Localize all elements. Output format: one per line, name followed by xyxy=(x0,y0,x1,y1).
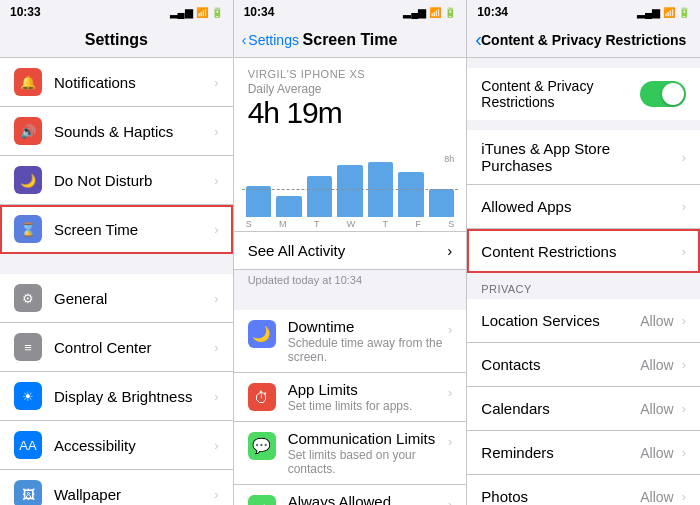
settings-row-screentime[interactable]: ⌛Screen Time› xyxy=(0,205,233,254)
screentime-row-communicationlimits[interactable]: 💬Communication LimitsSet limits based on… xyxy=(234,422,467,485)
settings-row-displaybrightness[interactable]: ☀Display & Brightness› xyxy=(0,372,233,421)
accessibility-label: Accessibility xyxy=(54,437,210,454)
photos-allow: Allow xyxy=(640,489,673,505)
time-2: 10:34 xyxy=(244,5,275,19)
chart-bar-1 xyxy=(276,196,302,217)
settings-row-controlcenter[interactable]: ≡Control Center› xyxy=(0,323,233,372)
photos-label: Photos xyxy=(481,488,640,505)
chart-day-6: S xyxy=(448,219,454,229)
general-chevron: › xyxy=(214,291,218,306)
photos-chevron: › xyxy=(682,489,686,504)
privacy-row-photos[interactable]: PhotosAllow› xyxy=(467,475,700,505)
privacy-row-calendars[interactable]: CalendarsAllow› xyxy=(467,387,700,431)
reminders-label: Reminders xyxy=(481,444,640,461)
status-icons-1: ▂▄▆ 📶 🔋 xyxy=(170,7,223,18)
privacy-content: Content & Privacy Restrictions iTunes & … xyxy=(467,58,700,505)
alwaysallowed-icon: ✓ xyxy=(248,495,276,505)
back-button-2[interactable]: ‹ Settings xyxy=(242,32,299,48)
chart-bar-6 xyxy=(429,189,455,217)
contacts-chevron: › xyxy=(682,357,686,372)
settings-row-notifications[interactable]: 🔔Notifications› xyxy=(0,58,233,107)
contacts-allow: Allow xyxy=(640,357,673,373)
settings-title: Settings xyxy=(85,31,148,49)
contentrestrictions-label: Content Restrictions xyxy=(481,243,677,260)
battery-icon-3: 🔋 xyxy=(678,7,690,18)
accessibility-icon: AA xyxy=(14,431,42,459)
content-privacy-toggle-row[interactable]: Content & Privacy Restrictions xyxy=(467,68,700,120)
avg-label: Daily Average xyxy=(248,82,453,96)
wallpaper-label: Wallpaper xyxy=(54,486,210,503)
screentime-content: VIRGIL'S IPHONE XS Daily Average 4h 19m … xyxy=(234,58,467,505)
wallpaper-chevron: › xyxy=(214,487,218,502)
alwaysallowed-chevron: › xyxy=(448,497,452,505)
usage-chart: 8h avg 0 xyxy=(242,152,459,217)
status-icons-3: ▂▄▆ 📶 🔋 xyxy=(637,7,690,18)
settings-row-wallpaper[interactable]: 🖼Wallpaper› xyxy=(0,470,233,505)
settings-row-general[interactable]: ⚙General› xyxy=(0,274,233,323)
screentime-chevron: › xyxy=(214,222,218,237)
content-privacy-toggle[interactable] xyxy=(640,81,686,107)
downtime-label: Downtime xyxy=(288,318,444,335)
alwaysallowed-label: Always Allowed xyxy=(288,493,444,505)
status-bar-1: 10:33 ▂▄▆ 📶 🔋 xyxy=(0,0,233,22)
chart-day-0: S xyxy=(246,219,252,229)
time-1: 10:33 xyxy=(10,5,41,19)
chart-avg-line xyxy=(242,189,459,190)
chart-day-2: T xyxy=(314,219,320,229)
chart-day-labels: SMTWTFS xyxy=(242,217,459,231)
screentime-navbar: ‹ Settings Screen Time xyxy=(234,22,467,58)
displaybrightness-icon: ☀ xyxy=(14,382,42,410)
privacy-app-row-itunesstore[interactable]: iTunes & App Store Purchases› xyxy=(467,130,700,185)
contentrestrictions-chevron: › xyxy=(682,244,686,259)
settings-row-donotdisturb[interactable]: 🌙Do Not Disturb› xyxy=(0,156,233,205)
wifi-icon: 📶 xyxy=(196,7,208,18)
time-display: 4h 19m xyxy=(248,96,453,130)
displaybrightness-chevron: › xyxy=(214,389,218,404)
general-icon: ⚙ xyxy=(14,284,42,312)
time-3: 10:34 xyxy=(477,5,508,19)
screentime-row-applimits[interactable]: ⏱App LimitsSet time limits for apps.› xyxy=(234,373,467,422)
applimits-label: App Limits xyxy=(288,381,444,398)
calendars-label: Calendars xyxy=(481,400,640,417)
status-bar-3: 10:34 ▂▄▆ 📶 🔋 xyxy=(467,0,700,22)
signal-icon-2: ▂▄▆ xyxy=(403,7,426,18)
see-all-chevron: › xyxy=(447,242,452,259)
privacy-navbar: ‹ Content & Privacy Restrictions xyxy=(467,22,700,58)
sounds-label: Sounds & Haptics xyxy=(54,123,210,140)
communicationlimits-sublabel: Set limits based on your contacts. xyxy=(288,448,444,476)
itunesstore-label: iTunes & App Store Purchases xyxy=(481,140,677,174)
screentime-header: VIRGIL'S IPHONE XS Daily Average 4h 19m xyxy=(234,58,467,148)
allowedapps-chevron: › xyxy=(682,199,686,214)
privacy-row-reminders[interactable]: RemindersAllow› xyxy=(467,431,700,475)
donotdisturb-icon: 🌙 xyxy=(14,166,42,194)
screentime-title: Screen Time xyxy=(303,31,398,49)
wallpaper-icon: 🖼 xyxy=(14,480,42,505)
back-button-3[interactable]: ‹ xyxy=(475,28,482,51)
privacy-app-row-allowedapps[interactable]: Allowed Apps› xyxy=(467,185,700,229)
settings-row-accessibility[interactable]: AAAccessibility› xyxy=(0,421,233,470)
calendars-chevron: › xyxy=(682,401,686,416)
privacy-app-row-contentrestrictions[interactable]: Content Restrictions› xyxy=(467,229,700,273)
applimits-sublabel: Set time limits for apps. xyxy=(288,399,444,413)
battery-icon-2: 🔋 xyxy=(444,7,456,18)
privacy-row-locationservices[interactable]: Location ServicesAllow› xyxy=(467,299,700,343)
allowedapps-label: Allowed Apps xyxy=(481,198,677,215)
screentime-row-downtime[interactable]: 🌙DowntimeSchedule time away from the scr… xyxy=(234,310,467,373)
privacy-row-contacts[interactable]: ContactsAllow› xyxy=(467,343,700,387)
communicationlimits-chevron: › xyxy=(448,434,452,449)
chart-day-3: W xyxy=(347,219,356,229)
chart-day-4: T xyxy=(383,219,389,229)
settings-row-sounds[interactable]: 🔊Sounds & Haptics› xyxy=(0,107,233,156)
status-bar-2: 10:34 ▂▄▆ 📶 🔋 xyxy=(234,0,467,22)
downtime-sublabel: Schedule time away from the screen. xyxy=(288,336,444,364)
content-privacy-label: Content & Privacy Restrictions xyxy=(481,78,640,110)
screentime-row-alwaysallowed[interactable]: ✓Always AllowedChoose apps you want at a… xyxy=(234,485,467,505)
applimits-chevron: › xyxy=(448,385,452,400)
reminders-chevron: › xyxy=(682,445,686,460)
contacts-label: Contacts xyxy=(481,356,640,373)
chart-bar-0 xyxy=(246,186,272,217)
chart-bar-5 xyxy=(398,172,424,217)
see-all-activity-row[interactable]: See All Activity › xyxy=(234,232,467,270)
downtime-icon: 🌙 xyxy=(248,320,276,348)
see-all-label: See All Activity xyxy=(248,242,346,259)
